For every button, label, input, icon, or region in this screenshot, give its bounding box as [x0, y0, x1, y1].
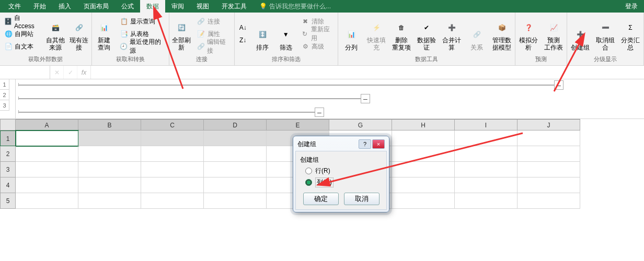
recent-icon: 🕘 — [120, 42, 128, 51]
filter-icon: ▼ — [278, 27, 294, 43]
cell-d1[interactable] — [204, 130, 267, 146]
t2c-icon: 📊 — [343, 27, 360, 43]
clear-icon: ✖ — [301, 17, 309, 26]
col-header-c[interactable]: C — [141, 119, 204, 130]
login-link[interactable]: 登录 — [619, 0, 644, 13]
tab-home[interactable]: 开始 — [27, 0, 52, 13]
dialog-ok-button[interactable]: 确定 — [303, 193, 339, 205]
outline-level-3[interactable]: 3 — [0, 100, 9, 111]
other-sources-button[interactable]: 🗃️自其他来源 — [45, 16, 65, 52]
remove-duplicates-button[interactable]: 🗑删除 重复项 — [390, 16, 412, 52]
tab-insert[interactable]: 插入 — [52, 0, 77, 13]
whatif-button[interactable]: ❓模拟分析 — [518, 16, 539, 52]
radio-rows[interactable]: 行(R) — [305, 167, 382, 175]
show-queries-icon: 📋 — [120, 17, 128, 26]
radio-columns[interactable]: 列(C) — [305, 177, 382, 187]
ungroup-button[interactable]: ➖取消组合 — [594, 16, 616, 52]
refresh-all-button[interactable]: 🔄全部刷新 — [171, 16, 192, 52]
sort-button[interactable]: ↕️排序 — [252, 16, 273, 52]
tab-review[interactable]: 审阅 — [165, 0, 190, 13]
forecast-sheet-button[interactable]: 📈预测 工作表 — [543, 16, 565, 52]
data-validation-button[interactable]: ✔数据验 证 — [416, 16, 438, 52]
edit-links-icon: 🔗 — [197, 42, 205, 51]
sort-asc-button[interactable]: A↓ — [237, 22, 249, 33]
dialog-close-button[interactable]: × — [372, 139, 385, 149]
tab-layout[interactable]: 页面布局 — [77, 0, 115, 13]
recent-sources-button[interactable]: 🕘最近使用的源 — [118, 41, 166, 52]
flash-fill-button[interactable]: ⚡快速填充 — [365, 16, 387, 52]
subtotal-button[interactable]: Σ分类汇总 — [619, 16, 641, 52]
row-header-1[interactable]: 1 — [0, 130, 16, 146]
outline-collapse-2[interactable]: – — [361, 94, 370, 103]
outline-collapse-1[interactable]: – — [554, 80, 564, 90]
data-model-button[interactable]: 📦管理数 据模型 — [491, 16, 513, 52]
row-header-2[interactable]: 2 — [0, 146, 16, 162]
outline-level-2[interactable]: 2 — [0, 90, 9, 100]
group-label-transform: 获取和转换 — [94, 54, 167, 64]
col-header-h[interactable]: H — [392, 119, 455, 130]
tab-dev[interactable]: 开发工具 — [215, 0, 253, 13]
refresh-icon: 🔄 — [173, 19, 190, 36]
row-header-5[interactable]: 5 — [0, 193, 16, 209]
group-label-tools: 数据工具 — [340, 54, 513, 64]
sort-desc-icon: Z↓ — [239, 36, 247, 44]
text-icon: 📄 — [4, 42, 13, 51]
bulb-icon: 💡 — [259, 3, 267, 10]
from-web-button[interactable]: 🌐自网站 — [2, 28, 42, 40]
from-access-button[interactable]: 🗄️自 Access — [2, 16, 42, 27]
filter-button[interactable]: ▼筛选 — [275, 16, 296, 52]
cell-i1[interactable] — [455, 130, 518, 146]
show-queries-button[interactable]: 📋显示查询 — [118, 16, 166, 27]
col-header-d[interactable]: D — [204, 119, 267, 130]
fx-button[interactable]: fx — [77, 66, 91, 79]
col-header-e[interactable]: E — [267, 119, 329, 130]
reapply-button[interactable]: ↻重新应用 — [299, 28, 336, 40]
group-label-outline: 分级显示 — [569, 54, 641, 64]
new-query-icon: 📊 — [96, 19, 112, 36]
name-box[interactable] — [0, 66, 50, 79]
advanced-filter-button[interactable]: ⚙高级 — [299, 41, 336, 52]
col-header-a[interactable]: A — [16, 119, 78, 130]
text-to-columns-button[interactable]: 📊分列 — [340, 16, 362, 52]
from-table-icon: 📑 — [120, 30, 128, 38]
cell-a1[interactable] — [16, 130, 78, 146]
edit-links-button[interactable]: 🔗编辑链接 — [195, 41, 232, 52]
select-all-corner[interactable] — [0, 119, 16, 130]
tab-formula[interactable]: 公式 — [115, 0, 140, 13]
row-header-4[interactable]: 4 — [0, 177, 16, 193]
relationships-button[interactable]: 🔗关系 — [466, 16, 488, 52]
sort-desc-button[interactable]: Z↓ — [237, 34, 249, 46]
forecast-icon: 📈 — [545, 19, 562, 36]
cell-a2[interactable] — [16, 146, 78, 162]
formula-input[interactable] — [91, 66, 644, 79]
from-text-button[interactable]: 📄自文本 — [2, 41, 42, 52]
col-header-g[interactable]: G — [329, 119, 392, 130]
new-query-button[interactable]: 📊新建 查询 — [94, 16, 114, 52]
col-header-j[interactable]: J — [518, 119, 580, 130]
connections-button[interactable]: 🔗连接 — [195, 16, 232, 27]
tab-view[interactable]: 视图 — [190, 0, 215, 13]
col-header-i[interactable]: I — [455, 119, 518, 130]
existing-conn-icon: 🔗 — [71, 19, 87, 36]
tell-me-search[interactable]: 💡 告诉我您想要做什么... — [253, 0, 619, 13]
validation-icon: ✔ — [418, 19, 435, 36]
col-header-b[interactable]: B — [78, 119, 141, 130]
group-button[interactable]: ➕创建组 — [569, 16, 591, 52]
row-header-3[interactable]: 3 — [0, 162, 16, 177]
cell-c1[interactable] — [141, 130, 204, 146]
connections-icon: 🔗 — [197, 17, 205, 26]
tab-data[interactable]: 数据 — [140, 0, 165, 13]
outline-collapse-3[interactable]: – — [315, 108, 324, 117]
cell-h1[interactable] — [392, 130, 455, 146]
dialog-help-button[interactable]: ? — [359, 139, 371, 149]
consolidate-button[interactable]: ➕合并计算 — [441, 16, 463, 52]
cell-b1[interactable] — [78, 130, 141, 146]
outline-level-1[interactable]: 1 — [0, 79, 9, 90]
cell-j1[interactable] — [518, 130, 580, 146]
rel-icon: 🔗 — [468, 27, 485, 43]
tab-file[interactable]: 文件 — [2, 0, 27, 13]
dialog-cancel-button[interactable]: 取消 — [344, 193, 380, 205]
model-icon: 📦 — [493, 19, 510, 36]
group-label-sort: 排序和筛选 — [237, 54, 336, 64]
existing-connections-button[interactable]: 🔗现有连接 — [69, 16, 89, 52]
